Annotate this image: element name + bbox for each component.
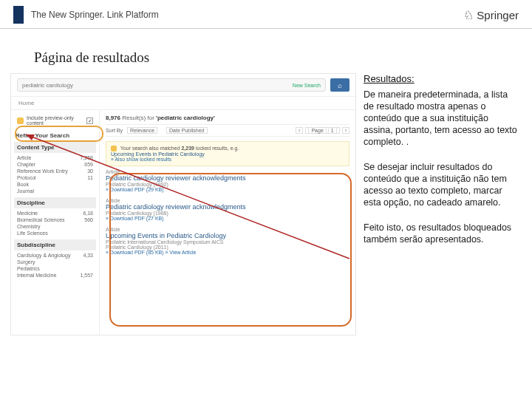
pagination: ‹ Page 1 › — [296, 127, 349, 134]
result-title-link[interactable]: Pediatric cardiology reviewer acknowledg… — [106, 174, 349, 182]
result-meta: Pediatric International Cardiology Sympo… — [106, 239, 349, 245]
springer-horse-icon: ♘ — [463, 8, 474, 22]
facet-subdiscipline-head: Subdiscipline — [14, 239, 96, 250]
search-bar: pediatric cardiology New Search ⌕ — [11, 74, 355, 97]
result-type: Article — [106, 198, 349, 203]
results-main: 8,976 Result(s) for 'pediatric cardiolog… — [100, 110, 355, 337]
date-published-button[interactable]: Date Published — [166, 127, 207, 134]
facet-row[interactable]: Reference Work Entry30 — [16, 168, 95, 174]
result-meta: Pediatric Cardiology (1992) — [106, 182, 349, 187]
result-meta: Pediatric Cardiology (1988) — [106, 211, 349, 216]
page-label: Page 1 — [305, 127, 339, 134]
result-download-link[interactable]: » Download PDF (27 KB) — [106, 216, 349, 221]
facet-row[interactable]: Biomedical Sciences560 — [16, 216, 95, 223]
lock-icon — [111, 146, 117, 151]
result-title-link[interactable]: Upcoming Events in Pediatric Cardiology — [106, 232, 349, 239]
breadcrumb-home[interactable]: Home — [11, 97, 355, 110]
facet-row[interactable]: Journal — [16, 188, 95, 194]
explanation-p2: Se desejar incluir resultados do conteúd… — [364, 161, 519, 208]
search-input[interactable]: pediatric cardiology New Search — [17, 78, 326, 92]
facet-row[interactable]: Book — [16, 181, 95, 188]
facet-row[interactable]: Chapter659 — [16, 161, 95, 168]
search-result: ArticlePediatric cardiology reviewer ack… — [106, 198, 349, 221]
preview-only-toggle[interactable]: Include preview-only content ✓ — [16, 113, 95, 128]
result-title-link[interactable]: Pediatric cardiology reviewer acknowledg… — [106, 203, 349, 211]
locked-results-notice: Your search also matched 2,239 locked re… — [106, 141, 349, 166]
springer-logo-text: Springer — [477, 9, 519, 21]
result-download-link[interactable]: » Download PDF (29 KB) — [106, 187, 349, 192]
refine-title: Refine Your Search — [16, 132, 95, 139]
springerlink-screenshot: pediatric cardiology New Search ⌕ Home I… — [10, 73, 356, 335]
header-accent-bar — [13, 6, 24, 24]
sort-row: Sort By Relevance Date Published ‹ Page … — [106, 124, 349, 137]
page-title: Página de resultados — [34, 50, 532, 66]
search-result: ArticleUpcoming Events in Pediatric Card… — [106, 227, 349, 255]
facet-row[interactable]: Article7,258 — [16, 154, 95, 161]
facet-row[interactable]: Protocol11 — [16, 174, 95, 181]
result-download-link[interactable]: » Download PDF (85 KB) » View Article — [106, 250, 349, 255]
result-type: Article — [106, 169, 349, 174]
results-stats: 8,976 Result(s) for 'pediatric cardiolog… — [106, 115, 349, 121]
facet-discipline-head: Discipline — [14, 197, 96, 208]
new-search-badge[interactable]: New Search — [293, 83, 321, 88]
facet-row[interactable]: Surgery — [16, 259, 95, 265]
explanation-panel: Resultados: De maneira predeterminada, a… — [364, 73, 522, 335]
header-title: The New Springer. Link Platform — [31, 10, 159, 20]
results-query: 'pediatric cardiology' — [156, 115, 215, 121]
locked-count: 2,239 — [181, 146, 194, 151]
sidebar: Include preview-only content ✓ Refine Yo… — [11, 110, 100, 337]
result-type: Article — [106, 227, 349, 232]
explanation-heading: Resultados: — [364, 73, 519, 86]
search-input-value: pediatric cardiology — [22, 82, 73, 89]
content-row: pediatric cardiology New Search ⌕ Home I… — [0, 73, 532, 335]
facet-row[interactable]: Chemistry — [16, 223, 95, 230]
locked-example-link[interactable]: Upcoming Events in Pediatric Cardiology — [111, 151, 205, 157]
search-button[interactable]: ⌕ — [330, 78, 349, 92]
facet-row[interactable]: Life Sciences — [16, 230, 95, 236]
search-icon: ⌕ — [338, 81, 342, 89]
page-prev[interactable]: ‹ — [296, 127, 303, 134]
page-next[interactable]: › — [342, 127, 349, 134]
explanation-p1: De maneira predeterminada, a lista de re… — [364, 89, 519, 148]
preview-only-checkbox[interactable]: ✓ — [86, 117, 93, 124]
header: The New Springer. Link Platform ♘ Spring… — [0, 0, 532, 29]
springer-logo: ♘ Springer — [463, 8, 519, 22]
lock-icon — [17, 117, 24, 124]
result-meta: Pediatric Cardiology (2011) — [106, 245, 349, 250]
sort-select[interactable]: Relevance — [127, 127, 157, 134]
results-count: 8,976 — [106, 115, 120, 121]
facet-row[interactable]: Pediatrics — [16, 265, 95, 272]
facet-row[interactable]: Medicine6,18 — [16, 210, 95, 216]
explanation-p3: Feito isto, os resultados bloqueados tam… — [364, 222, 519, 245]
facet-content-type-head: Content Type — [14, 142, 96, 153]
show-locked-link[interactable]: » Also show locked results — [111, 157, 171, 162]
sort-label: Sort By — [106, 128, 123, 133]
search-result: ArticlePediatric cardiology reviewer ack… — [106, 169, 349, 192]
preview-only-label: Include preview-only content — [27, 115, 83, 126]
facet-row[interactable]: Internal Medicine1,557 — [16, 272, 95, 279]
facet-row[interactable]: Cardiology & Angiology4,33 — [16, 252, 95, 259]
